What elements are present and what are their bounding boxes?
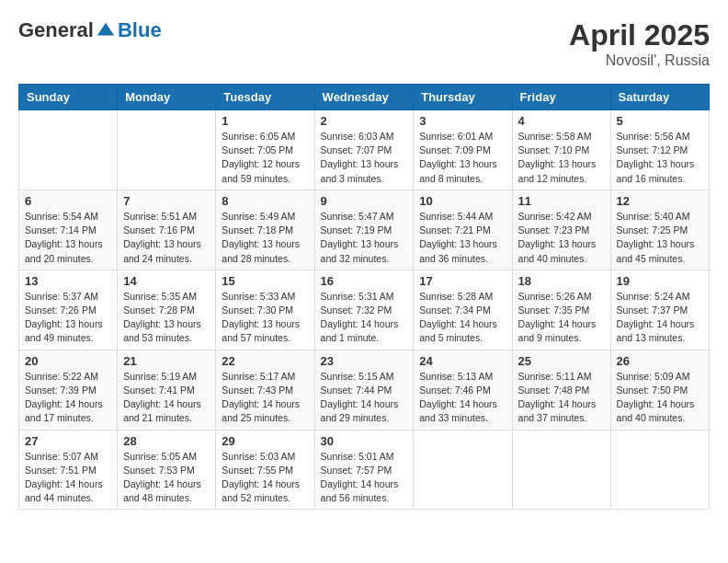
day-info: Sunrise: 5:58 AMSunset: 7:10 PMDaylight:… — [518, 130, 605, 186]
day-number: 23 — [321, 354, 408, 368]
day-info: Sunrise: 5:22 AMSunset: 7:39 PMDaylight:… — [25, 370, 111, 426]
day-number: 18 — [518, 274, 605, 288]
day-info: Sunrise: 5:05 AMSunset: 7:53 PMDaylight:… — [123, 450, 210, 506]
calendar-week-row: 20Sunrise: 5:22 AMSunset: 7:39 PMDayligh… — [19, 350, 710, 430]
day-number: 7 — [123, 194, 210, 208]
calendar-cell: 15Sunrise: 5:33 AMSunset: 7:30 PMDayligh… — [216, 270, 314, 350]
page-header: General Blue April 2025 Novosil', Russia — [18, 18, 710, 69]
calendar-cell: 12Sunrise: 5:40 AMSunset: 7:25 PMDayligh… — [610, 190, 709, 270]
day-number: 11 — [518, 194, 605, 208]
calendar-cell: 23Sunrise: 5:15 AMSunset: 7:44 PMDayligh… — [314, 350, 414, 430]
weekday-header-tuesday: Tuesday — [216, 85, 314, 110]
day-number: 19 — [617, 274, 703, 288]
weekday-header-sunday: Sunday — [19, 85, 118, 110]
page-subtitle: Novosil', Russia — [569, 52, 710, 69]
day-info: Sunrise: 5:35 AMSunset: 7:28 PMDaylight:… — [123, 290, 210, 346]
calendar-week-row: 6Sunrise: 5:54 AMSunset: 7:14 PMDaylight… — [19, 190, 710, 270]
calendar-table: SundayMondayTuesdayWednesdayThursdayFrid… — [18, 84, 710, 510]
day-number: 2 — [321, 114, 408, 128]
logo-general: General — [18, 18, 94, 42]
day-info: Sunrise: 5:11 AMSunset: 7:48 PMDaylight:… — [518, 370, 605, 426]
calendar-cell — [19, 110, 118, 190]
calendar-cell: 21Sunrise: 5:19 AMSunset: 7:41 PMDayligh… — [118, 350, 216, 430]
day-number: 10 — [419, 194, 506, 208]
calendar-cell: 20Sunrise: 5:22 AMSunset: 7:39 PMDayligh… — [19, 350, 118, 430]
day-number: 24 — [419, 354, 506, 368]
calendar-cell: 10Sunrise: 5:44 AMSunset: 7:21 PMDayligh… — [414, 190, 512, 270]
calendar-cell: 2Sunrise: 6:03 AMSunset: 7:07 PMDaylight… — [314, 110, 414, 190]
day-number: 15 — [222, 274, 308, 288]
day-info: Sunrise: 5:17 AMSunset: 7:43 PMDaylight:… — [222, 370, 308, 426]
calendar-cell: 29Sunrise: 5:03 AMSunset: 7:55 PMDayligh… — [216, 430, 314, 510]
calendar-cell: 13Sunrise: 5:37 AMSunset: 7:26 PMDayligh… — [19, 270, 118, 350]
weekday-header-wednesday: Wednesday — [314, 85, 414, 110]
weekday-header-friday: Friday — [512, 85, 610, 110]
logo-icon — [96, 20, 116, 40]
day-info: Sunrise: 5:51 AMSunset: 7:16 PMDaylight:… — [123, 210, 210, 266]
day-number: 14 — [123, 274, 210, 288]
day-number: 25 — [518, 354, 605, 368]
day-number: 1 — [222, 114, 308, 128]
calendar-cell: 16Sunrise: 5:31 AMSunset: 7:32 PMDayligh… — [314, 270, 414, 350]
weekday-header-thursday: Thursday — [414, 85, 512, 110]
day-info: Sunrise: 5:19 AMSunset: 7:41 PMDaylight:… — [123, 370, 210, 426]
calendar-cell — [512, 430, 610, 510]
calendar-week-row: 13Sunrise: 5:37 AMSunset: 7:26 PMDayligh… — [19, 270, 710, 350]
day-number: 21 — [123, 354, 210, 368]
logo-blue: Blue — [118, 18, 162, 42]
day-info: Sunrise: 5:07 AMSunset: 7:51 PMDaylight:… — [25, 450, 111, 506]
day-number: 4 — [518, 114, 605, 128]
calendar-cell: 26Sunrise: 5:09 AMSunset: 7:50 PMDayligh… — [610, 350, 709, 430]
calendar-cell: 18Sunrise: 5:26 AMSunset: 7:35 PMDayligh… — [512, 270, 610, 350]
calendar-week-row: 27Sunrise: 5:07 AMSunset: 7:51 PMDayligh… — [19, 430, 710, 510]
calendar-cell: 4Sunrise: 5:58 AMSunset: 7:10 PMDaylight… — [512, 110, 610, 190]
day-number: 5 — [617, 114, 703, 128]
day-info: Sunrise: 5:15 AMSunset: 7:44 PMDaylight:… — [321, 370, 408, 426]
day-info: Sunrise: 5:33 AMSunset: 7:30 PMDaylight:… — [222, 290, 308, 346]
day-info: Sunrise: 6:03 AMSunset: 7:07 PMDaylight:… — [321, 130, 408, 186]
day-number: 3 — [419, 114, 506, 128]
day-number: 13 — [25, 274, 111, 288]
day-number: 8 — [222, 194, 308, 208]
calendar-cell: 8Sunrise: 5:49 AMSunset: 7:18 PMDaylight… — [216, 190, 314, 270]
weekday-header-saturday: Saturday — [610, 85, 709, 110]
day-info: Sunrise: 5:24 AMSunset: 7:37 PMDaylight:… — [617, 290, 703, 346]
day-info: Sunrise: 5:49 AMSunset: 7:18 PMDaylight:… — [222, 210, 308, 266]
day-number: 6 — [25, 194, 111, 208]
day-number: 9 — [321, 194, 408, 208]
page-title: April 2025 — [569, 18, 710, 52]
day-info: Sunrise: 5:28 AMSunset: 7:34 PMDaylight:… — [419, 290, 506, 346]
calendar-cell: 3Sunrise: 6:01 AMSunset: 7:09 PMDaylight… — [414, 110, 512, 190]
day-info: Sunrise: 5:56 AMSunset: 7:12 PMDaylight:… — [617, 130, 703, 186]
day-number: 12 — [617, 194, 703, 208]
calendar-week-row: 1Sunrise: 6:05 AMSunset: 7:05 PMDaylight… — [19, 110, 710, 190]
calendar-cell: 5Sunrise: 5:56 AMSunset: 7:12 PMDaylight… — [610, 110, 709, 190]
calendar-cell: 19Sunrise: 5:24 AMSunset: 7:37 PMDayligh… — [610, 270, 709, 350]
day-info: Sunrise: 5:03 AMSunset: 7:55 PMDaylight:… — [222, 450, 308, 506]
calendar-cell: 6Sunrise: 5:54 AMSunset: 7:14 PMDaylight… — [19, 190, 118, 270]
day-info: Sunrise: 5:26 AMSunset: 7:35 PMDaylight:… — [518, 290, 605, 346]
day-info: Sunrise: 5:13 AMSunset: 7:46 PMDaylight:… — [419, 370, 506, 426]
day-number: 20 — [25, 354, 111, 368]
calendar-cell: 9Sunrise: 5:47 AMSunset: 7:19 PMDaylight… — [314, 190, 414, 270]
day-info: Sunrise: 5:40 AMSunset: 7:25 PMDaylight:… — [617, 210, 703, 266]
day-info: Sunrise: 6:01 AMSunset: 7:09 PMDaylight:… — [419, 130, 506, 186]
calendar-cell — [610, 430, 709, 510]
calendar-cell: 17Sunrise: 5:28 AMSunset: 7:34 PMDayligh… — [414, 270, 512, 350]
calendar-cell: 25Sunrise: 5:11 AMSunset: 7:48 PMDayligh… — [512, 350, 610, 430]
calendar-cell: 1Sunrise: 6:05 AMSunset: 7:05 PMDaylight… — [216, 110, 314, 190]
day-number: 16 — [321, 274, 408, 288]
calendar-cell: 22Sunrise: 5:17 AMSunset: 7:43 PMDayligh… — [216, 350, 314, 430]
day-info: Sunrise: 5:47 AMSunset: 7:19 PMDaylight:… — [321, 210, 408, 266]
day-number: 26 — [617, 354, 703, 368]
calendar-header-row: SundayMondayTuesdayWednesdayThursdayFrid… — [19, 85, 710, 110]
day-number: 28 — [123, 434, 210, 448]
day-info: Sunrise: 5:54 AMSunset: 7:14 PMDaylight:… — [25, 210, 111, 266]
day-info: Sunrise: 6:05 AMSunset: 7:05 PMDaylight:… — [222, 130, 308, 186]
logo: General Blue — [18, 18, 162, 42]
calendar-cell: 7Sunrise: 5:51 AMSunset: 7:16 PMDaylight… — [118, 190, 216, 270]
day-info: Sunrise: 5:31 AMSunset: 7:32 PMDaylight:… — [321, 290, 408, 346]
day-info: Sunrise: 5:42 AMSunset: 7:23 PMDaylight:… — [518, 210, 605, 266]
day-info: Sunrise: 5:01 AMSunset: 7:57 PMDaylight:… — [321, 450, 408, 506]
day-info: Sunrise: 5:44 AMSunset: 7:21 PMDaylight:… — [419, 210, 506, 266]
